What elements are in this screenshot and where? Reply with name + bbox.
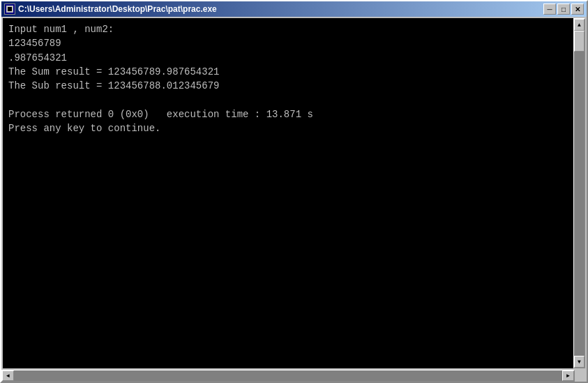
console-line: The Sum result = 123456789.987654321 <box>8 65 568 79</box>
scroll-up-button[interactable]: ▲ <box>574 19 585 31</box>
scrollbar-corner <box>575 370 587 382</box>
console-line <box>8 93 568 107</box>
scroll-up-icon: ▲ <box>578 22 581 28</box>
maximize-button[interactable]: □ <box>557 3 570 15</box>
minimize-button[interactable]: ─ <box>543 3 556 15</box>
console-line: Press any key to continue. <box>8 121 568 135</box>
window: C:\Users\Administrator\Desktop\Prac\pat\… <box>0 0 588 383</box>
svg-rect-2 <box>8 7 12 11</box>
scroll-right-button[interactable]: ► <box>562 370 574 381</box>
scroll-left-icon: ◄ <box>6 373 10 379</box>
scroll-left-button[interactable]: ◄ <box>2 370 14 381</box>
scroll-thumb[interactable] <box>574 31 585 52</box>
console-line: 123456789 <box>8 36 568 50</box>
titlebar: C:\Users\Administrator\Desktop\Prac\pat\… <box>1 1 587 17</box>
app-icon <box>4 3 15 15</box>
window-title: C:\Users\Administrator\Desktop\Prac\pat\… <box>18 4 217 14</box>
horizontal-scrollbar[interactable]: ◄ ► <box>1 370 575 382</box>
console-line: Input num1 , num2: <box>8 22 568 36</box>
titlebar-left: C:\Users\Administrator\Desktop\Prac\pat\… <box>4 3 217 15</box>
maximize-icon: □ <box>561 6 566 13</box>
minimize-icon: ─ <box>547 6 552 13</box>
bottom-row: ◄ ► <box>1 370 587 382</box>
scroll-track[interactable] <box>574 31 585 356</box>
console-line: Process returned 0 (0x0) execution time … <box>8 107 568 121</box>
console-line: .987654321 <box>8 51 568 65</box>
console-area: Input num1 , num2:123456789.987654321The… <box>1 17 587 370</box>
titlebar-buttons: ─ □ ✕ <box>543 3 584 15</box>
console-line: The Sub result = 123456788.012345679 <box>8 79 568 93</box>
close-icon: ✕ <box>575 6 580 13</box>
console-output: Input num1 , num2:123456789.987654321The… <box>3 18 573 368</box>
close-button[interactable]: ✕ <box>571 3 584 15</box>
h-scroll-track[interactable] <box>14 370 562 381</box>
vertical-scrollbar[interactable]: ▲ ▼ <box>573 18 585 368</box>
scroll-down-button[interactable]: ▼ <box>574 356 585 368</box>
scroll-right-icon: ► <box>566 373 570 379</box>
scroll-down-icon: ▼ <box>578 359 581 365</box>
